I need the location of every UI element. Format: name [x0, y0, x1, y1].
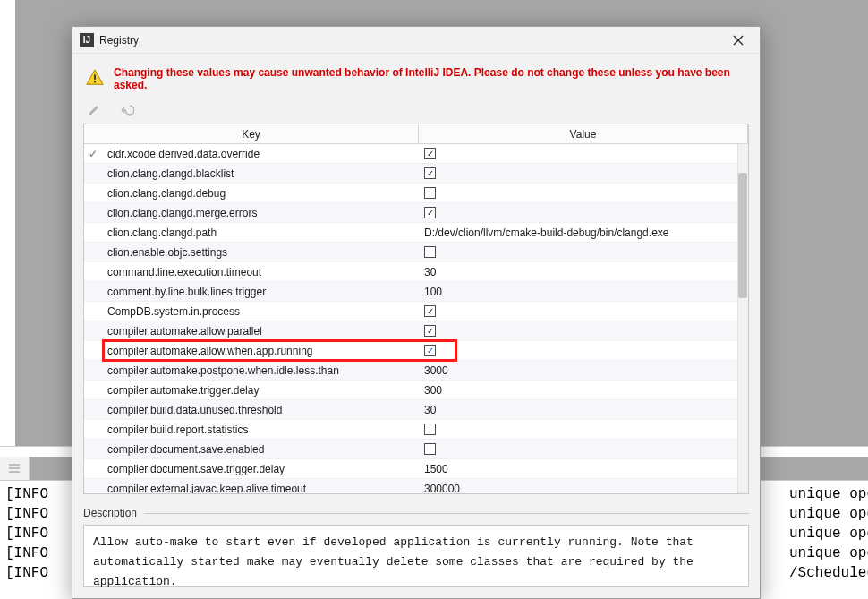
- registry-key: compiler.external.javac.keep.alive.timeo…: [102, 483, 419, 494]
- warning-icon: [85, 68, 105, 90]
- checkbox[interactable]: [424, 325, 436, 337]
- table-row[interactable]: clion.clang.clangd.pathD:/dev/clion/llvm…: [84, 223, 748, 243]
- svg-rect-1: [94, 81, 96, 82]
- scrollbar-thumb[interactable]: [738, 173, 747, 298]
- column-header-key[interactable]: Key: [84, 124, 419, 143]
- console-line: [INFO: [5, 504, 48, 524]
- registry-key: compiler.build.report.statistics: [102, 424, 419, 436]
- registry-table: Key Value ✓cidr.xcode.derived.data.overr…: [83, 124, 749, 494]
- warning-text: Changing these values may cause unwanted…: [114, 66, 747, 91]
- console-line: unique ope: [789, 504, 868, 524]
- registry-value[interactable]: D:/dev/clion/llvm/cmake-build-debug/bin/…: [419, 227, 748, 239]
- registry-key: clion.clang.clangd.path: [102, 227, 419, 239]
- registry-value[interactable]: [419, 167, 748, 179]
- registry-value[interactable]: [419, 148, 748, 159]
- registry-key: compiler.automake.allow.parallel: [102, 325, 419, 338]
- registry-key: clion.enable.objc.settings: [102, 246, 419, 259]
- close-button[interactable]: [724, 30, 753, 51]
- warning-banner: Changing these values may cause unwanted…: [72, 54, 760, 100]
- table-row[interactable]: comment.by.line.bulk.lines.trigger100: [84, 282, 748, 302]
- table-row[interactable]: command.line.execution.timeout30: [84, 262, 748, 282]
- dialog-title: Registry: [99, 34, 724, 47]
- table-row[interactable]: clion.clang.clangd.blacklist: [84, 164, 748, 184]
- revert-button[interactable]: [117, 100, 137, 118]
- registry-key: clion.clang.clangd.blacklist: [102, 167, 419, 180]
- registry-value[interactable]: 30: [419, 266, 748, 278]
- scrollbar[interactable]: [737, 144, 748, 493]
- description-text: Allow auto-make to start even if develop…: [83, 525, 749, 587]
- table-row[interactable]: clion.clang.clangd.merge.errors: [84, 203, 748, 223]
- table-row[interactable]: compiler.document.save.trigger.delay1500: [84, 459, 748, 479]
- toolbar: [72, 100, 760, 124]
- checkbox[interactable]: [424, 167, 436, 179]
- table-row[interactable]: CompDB.system.in.process: [84, 302, 748, 321]
- divider: [144, 513, 749, 514]
- registry-value[interactable]: 300: [419, 384, 748, 397]
- table-row[interactable]: clion.enable.objc.settings: [84, 243, 748, 262]
- registry-value[interactable]: 100: [419, 286, 748, 298]
- checkbox[interactable]: [424, 207, 436, 218]
- registry-key: comment.by.line.bulk.lines.trigger: [102, 286, 419, 298]
- registry-key: cidr.xcode.derived.data.override: [102, 148, 419, 160]
- registry-key: compiler.document.save.enabled: [102, 443, 419, 456]
- registry-key: compiler.document.save.trigger.delay: [102, 463, 419, 475]
- console-line: unique ope: [789, 543, 868, 563]
- registry-key: compiler.automake.postpone.when.idle.les…: [102, 364, 419, 377]
- table-header: Key Value: [84, 124, 748, 144]
- table-row[interactable]: compiler.automake.allow.parallel: [84, 321, 748, 341]
- registry-key: clion.clang.clangd.debug: [102, 187, 419, 200]
- description-label: Description: [83, 507, 137, 519]
- modified-indicator: ✓: [84, 148, 102, 160]
- undo-icon: [120, 102, 134, 116]
- checkbox[interactable]: [424, 424, 436, 435]
- registry-value[interactable]: 3000: [419, 364, 748, 377]
- registry-value[interactable]: 30: [419, 404, 748, 416]
- table-row[interactable]: compiler.external.javac.keep.alive.timeo…: [84, 479, 748, 493]
- registry-key: CompDB.system.in.process: [102, 305, 419, 318]
- checkbox[interactable]: [424, 148, 436, 159]
- app-icon: IJ: [80, 33, 94, 47]
- registry-value[interactable]: [419, 325, 748, 337]
- table-row[interactable]: clion.clang.clangd.debug: [84, 184, 748, 203]
- registry-value[interactable]: [419, 207, 748, 218]
- registry-value[interactable]: [419, 424, 748, 435]
- list-icon: [8, 462, 21, 475]
- registry-value[interactable]: [419, 187, 748, 199]
- table-row[interactable]: compiler.build.data.unused.threshold30: [84, 400, 748, 420]
- checkbox[interactable]: [424, 246, 436, 258]
- checkbox[interactable]: [424, 345, 436, 356]
- edit-button[interactable]: [85, 100, 105, 118]
- registry-key: compiler.automake.allow.when.app.running: [102, 345, 419, 357]
- background-left-panel: [0, 0, 15, 446]
- dialog-titlebar[interactable]: IJ Registry: [72, 27, 760, 54]
- tool-window-tab[interactable]: [0, 457, 30, 480]
- table-row[interactable]: compiler.build.report.statistics: [84, 420, 748, 440]
- svg-rect-0: [94, 74, 96, 80]
- checkbox[interactable]: [424, 187, 436, 199]
- registry-value[interactable]: [419, 345, 748, 356]
- registry-value[interactable]: [419, 246, 748, 258]
- table-body: ✓cidr.xcode.derived.data.overrideclion.c…: [84, 144, 748, 493]
- table-row[interactable]: compiler.automake.allow.when.app.running: [84, 341, 748, 361]
- registry-value[interactable]: [419, 443, 748, 455]
- column-header-value[interactable]: Value: [419, 124, 748, 143]
- registry-key: clion.clang.clangd.merge.errors: [102, 207, 419, 219]
- checkbox[interactable]: [424, 443, 436, 455]
- table-row[interactable]: compiler.automake.postpone.when.idle.les…: [84, 361, 748, 381]
- registry-value[interactable]: [419, 305, 748, 317]
- pencil-icon: [88, 102, 102, 116]
- console-line: [INFO: [5, 543, 48, 563]
- description-panel: Description Allow auto-make to start eve…: [83, 507, 749, 587]
- console-line: [INFO: [5, 563, 48, 583]
- registry-key: compiler.build.data.unused.threshold: [102, 404, 419, 416]
- table-row[interactable]: ✓cidr.xcode.derived.data.override: [84, 144, 748, 164]
- registry-key: compiler.automake.trigger.delay: [102, 384, 419, 397]
- registry-dialog: IJ Registry Changing these values may ca…: [72, 26, 761, 599]
- console-line: unique ope: [789, 524, 868, 543]
- table-row[interactable]: compiler.automake.trigger.delay300: [84, 381, 748, 400]
- registry-value[interactable]: 1500: [419, 463, 748, 475]
- checkbox[interactable]: [424, 305, 436, 317]
- registry-value[interactable]: 300000: [419, 483, 748, 494]
- close-icon: [733, 35, 744, 46]
- table-row[interactable]: compiler.document.save.enabled: [84, 440, 748, 459]
